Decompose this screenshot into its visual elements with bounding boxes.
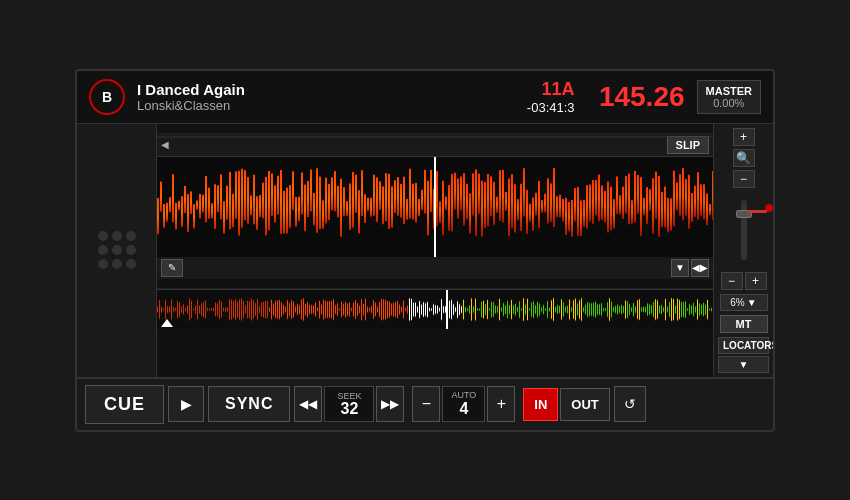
play-icon: ▶ <box>181 396 192 412</box>
tempo-minus-icon: − <box>422 395 431 413</box>
waveform-container: // ticks drawn inline ◀ SLIP /* SVG bars <box>157 124 713 377</box>
dot-grid <box>98 231 136 269</box>
play-button[interactable]: ▶ <box>168 386 204 422</box>
zoom-in-button[interactable]: + <box>733 128 755 146</box>
waveform-down-icon[interactable]: ▼ <box>671 259 689 277</box>
edit-button[interactable]: ✎ <box>161 259 183 277</box>
seek-value: 32 <box>341 401 359 417</box>
locators-button[interactable]: LOCATORS <box>718 337 769 354</box>
playhead <box>434 157 436 257</box>
sync-button[interactable]: SYNC <box>208 386 290 422</box>
track-meta: 11A -03:41:3 <box>527 79 575 115</box>
mini-playhead <box>446 290 448 329</box>
in-button[interactable]: IN <box>523 388 558 421</box>
track-key: 11A <box>542 79 575 100</box>
waveform-main[interactable]: /* SVG bars generated below */ <box>157 157 713 257</box>
seek-back-icon: ◀◀ <box>299 397 317 411</box>
master-pct: 0.00% <box>706 97 752 109</box>
seek-fwd-icon: ▶▶ <box>381 397 399 411</box>
vol-plus-button[interactable]: + <box>745 272 767 290</box>
pct-dropdown[interactable]: 6% ▼ <box>720 294 768 311</box>
slip-button[interactable]: SLIP <box>667 136 709 154</box>
dj-player: B I Danced Again Lonski&Classen 11A -03:… <box>75 69 775 432</box>
locators-section: LOCATORS ▼ <box>718 337 769 373</box>
locators-dropdown[interactable]: ▼ <box>718 356 769 373</box>
auto-value: 4 <box>459 400 468 418</box>
master-label: MASTER <box>706 85 752 97</box>
fader-section: + 🔍 − <box>718 128 769 188</box>
dot <box>98 259 108 269</box>
pct-label: 6% <box>730 297 744 308</box>
right-panel: + 🔍 − − + 6% ▼ MT LOCATORS <box>713 124 773 377</box>
track-bpm: 145.26 <box>595 81 685 113</box>
mini-waveform[interactable] <box>157 289 713 329</box>
out-button[interactable]: OUT <box>560 388 609 421</box>
fader-track[interactable] <box>741 200 747 260</box>
mt-button[interactable]: MT <box>720 315 768 333</box>
tempo-minus-button[interactable]: − <box>412 386 440 422</box>
dot <box>126 259 136 269</box>
fader-line <box>747 210 767 213</box>
locators-dropdown-icon: ▼ <box>739 359 749 370</box>
tempo-plus-button[interactable]: + <box>487 386 515 422</box>
left-panel <box>77 124 157 377</box>
pct-dropdown-icon: ▼ <box>747 297 757 308</box>
tick-row-top: // ticks drawn inline <box>157 124 713 134</box>
tempo-plus-icon: + <box>497 395 506 413</box>
track-info: I Danced Again Lonski&Classen <box>137 81 515 113</box>
tempo-group: − AUTO 4 + <box>412 386 515 422</box>
track-title: I Danced Again <box>137 81 515 98</box>
dot <box>126 231 136 241</box>
waveform-expand-icon[interactable]: ◀▶ <box>691 259 709 277</box>
dot <box>112 259 122 269</box>
main-area: // ticks drawn inline ◀ SLIP /* SVG bars <box>77 124 773 377</box>
vol-minus-button[interactable]: − <box>721 272 743 290</box>
zoom-out-button[interactable]: − <box>733 170 755 188</box>
seek-group: ◀◀ SEEK 32 ▶▶ <box>294 386 404 422</box>
zoom-search-button[interactable]: 🔍 <box>733 149 755 167</box>
mini-waveform-canvas <box>157 290 713 329</box>
tick-row-mid <box>157 279 713 289</box>
loop-icon: ↺ <box>624 396 636 412</box>
fader-container <box>718 196 769 264</box>
waveform-nav-left-icon[interactable]: ◀ <box>161 139 169 150</box>
master-box: MASTER 0.00% <box>697 80 761 114</box>
dot <box>98 245 108 255</box>
in-out-group: IN OUT <box>523 388 609 421</box>
seek-fwd-button[interactable]: ▶▶ <box>376 386 404 422</box>
header: B I Danced Again Lonski&Classen 11A -03:… <box>77 71 773 124</box>
deck-badge: B <box>89 79 125 115</box>
transport-bar: CUE ▶ SYNC ◀◀ SEEK 32 ▶▶ − AUTO 4 <box>77 377 773 430</box>
waveform-right-btns: ▼ ◀▶ <box>671 259 709 277</box>
cue-button[interactable]: CUE <box>85 385 164 424</box>
auto-display: AUTO 4 <box>442 386 485 422</box>
mini-triangle <box>161 319 173 327</box>
tick-svg-top: // ticks drawn inline <box>157 128 713 138</box>
track-time: -03:41:3 <box>527 100 575 115</box>
dot <box>126 245 136 255</box>
loop-button[interactable]: ↺ <box>614 386 646 422</box>
track-artist: Lonski&Classen <box>137 98 515 113</box>
vol-btn-row: − + <box>721 272 767 290</box>
dot <box>112 245 122 255</box>
seek-back-button[interactable]: ◀◀ <box>294 386 322 422</box>
dot <box>98 231 108 241</box>
seek-display: SEEK 32 <box>324 386 374 422</box>
dot <box>112 231 122 241</box>
waveform-footer: ✎ ▼ ◀▶ <box>157 257 713 279</box>
auto-label: AUTO <box>451 390 476 400</box>
